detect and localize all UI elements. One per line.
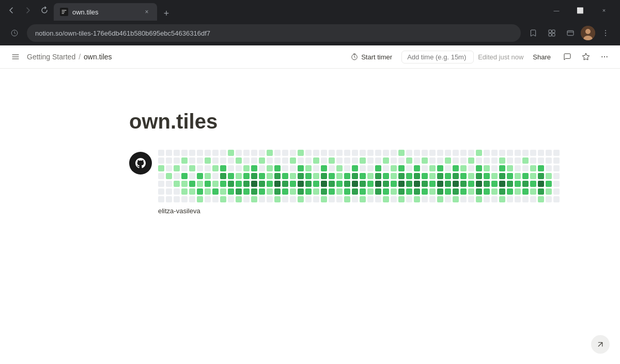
address-input[interactable]: notion.so/own-tiles-176e6db461b580b695eb… <box>27 24 521 42</box>
comment-button[interactable] <box>560 50 575 64</box>
contrib-cell <box>166 181 172 187</box>
contrib-cell <box>391 181 397 187</box>
contrib-cell <box>321 173 327 179</box>
contrib-cell <box>336 188 343 195</box>
contrib-cell <box>228 188 234 195</box>
contrib-cell <box>422 188 428 195</box>
contrib-cell <box>305 157 312 164</box>
close-button[interactable]: × <box>592 3 616 18</box>
add-time-input[interactable] <box>401 51 474 64</box>
contrib-cell <box>267 188 273 195</box>
contrib-cell <box>437 181 443 187</box>
contrib-cell <box>507 150 513 156</box>
contrib-cell <box>243 181 250 187</box>
contrib-cell <box>453 188 459 195</box>
contrib-cell <box>298 196 304 202</box>
contrib-cell <box>429 173 436 179</box>
browser-menu-button[interactable] <box>597 25 614 41</box>
favorite-button[interactable] <box>579 50 593 64</box>
contrib-cell <box>507 181 513 187</box>
contrib-cell <box>484 196 490 202</box>
contrib-grid <box>158 150 560 203</box>
contrib-cell <box>212 181 219 187</box>
contrib-cell <box>453 196 459 202</box>
breadcrumb-parent[interactable]: Getting Started <box>27 53 75 61</box>
contrib-cell <box>507 196 513 202</box>
contrib-username: elitza-vasileva <box>158 207 560 215</box>
contrib-cell <box>336 196 343 202</box>
history-button[interactable] <box>562 25 579 41</box>
contrib-cell <box>360 150 366 156</box>
contrib-cell <box>453 181 459 187</box>
contrib-cell <box>499 157 505 164</box>
contrib-cell <box>391 150 397 156</box>
new-tab-button[interactable]: + <box>159 6 174 21</box>
contrib-cell <box>181 188 188 195</box>
notion-toolbar: Getting Started / own.tiles Start timer … <box>0 45 620 69</box>
contrib-cell <box>437 188 443 195</box>
contrib-cell <box>391 165 397 171</box>
contrib-cell <box>375 188 381 195</box>
contrib-cell <box>522 188 529 195</box>
contrib-cell <box>507 173 513 179</box>
start-timer-button[interactable]: Start timer <box>346 51 397 63</box>
contrib-cell <box>220 165 226 171</box>
contrib-cell <box>398 157 405 164</box>
contrib-cell <box>228 181 234 187</box>
active-tab[interactable]: own.tiles × <box>54 3 157 21</box>
contrib-cell <box>336 157 343 164</box>
tab-bar: own.tiles × + — ⬜ × <box>0 0 620 21</box>
contrib-cell <box>367 150 374 156</box>
svg-rect-2 <box>549 30 551 33</box>
contrib-cell <box>491 196 498 202</box>
contrib-cell <box>236 150 242 156</box>
tab-close-button[interactable]: × <box>143 8 151 16</box>
contrib-cell <box>181 150 188 156</box>
contrib-cell <box>313 165 319 171</box>
contrib-cell <box>383 173 389 179</box>
contrib-cell <box>406 188 412 195</box>
contrib-cell <box>522 150 529 156</box>
contrib-cell <box>367 181 374 187</box>
contrib-cell <box>515 196 521 202</box>
contrib-cell <box>344 150 350 156</box>
contrib-cell <box>344 188 350 195</box>
svg-point-16 <box>607 56 608 57</box>
contrib-cell <box>243 165 250 171</box>
sidebar-toggle-button[interactable] <box>8 50 23 64</box>
contrib-cell <box>468 181 474 187</box>
contrib-cell <box>298 188 304 195</box>
contrib-cell <box>367 196 374 202</box>
contrib-cell <box>538 173 544 179</box>
contrib-cell <box>507 188 513 195</box>
contrib-cell <box>429 196 436 202</box>
minimize-button[interactable]: — <box>545 3 568 18</box>
contrib-cell <box>383 181 389 187</box>
extensions-button[interactable] <box>544 25 560 41</box>
contrib-cell <box>236 181 242 187</box>
maximize-button[interactable]: ⬜ <box>568 3 592 18</box>
tab-bar-left <box>4 3 52 18</box>
contrib-cell <box>460 157 467 164</box>
contrib-cell <box>398 173 405 179</box>
contrib-cell <box>352 165 358 171</box>
contrib-cell <box>251 173 257 179</box>
contrib-cell <box>460 196 467 202</box>
share-button[interactable]: Share <box>528 51 556 63</box>
contrib-cell <box>429 150 436 156</box>
contrib-cell <box>236 196 242 202</box>
contrib-cell <box>236 188 242 195</box>
contrib-cell <box>499 173 505 179</box>
scroll-hint-button[interactable] <box>591 335 610 354</box>
profile-button[interactable] <box>581 26 595 40</box>
contrib-cell <box>298 173 304 179</box>
contrib-cell <box>352 181 358 187</box>
more-options-button[interactable] <box>597 50 612 64</box>
bookmark-button[interactable] <box>525 25 541 41</box>
contrib-cell <box>484 157 490 164</box>
forward-button[interactable] <box>21 3 35 18</box>
contrib-cell <box>274 157 281 164</box>
reload-button[interactable] <box>37 3 52 18</box>
contrib-cell <box>468 173 474 179</box>
back-button[interactable] <box>4 3 19 18</box>
